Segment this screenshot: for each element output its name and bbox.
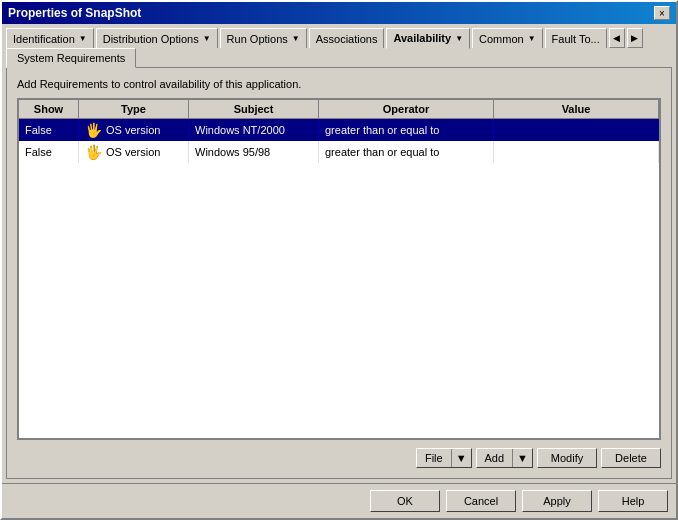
help-button[interactable]: Help (598, 490, 668, 512)
add-dropdown-arrow[interactable]: ▼ (512, 449, 532, 467)
cell-value (494, 119, 659, 141)
chevron-down-icon: ▼ (455, 34, 463, 43)
cell-value (494, 141, 659, 163)
cell-type: 🖐 OS version (79, 119, 189, 141)
tab-fault-tolerance[interactable]: Fault To... (545, 28, 607, 48)
tab-scroll-left-button[interactable]: ◀ (609, 28, 625, 48)
cell-subject: Windows NT/2000 (189, 119, 319, 141)
cell-operator: greater than or equal to (319, 141, 494, 163)
cell-show: False (19, 141, 79, 163)
tab-bar-row2: System Requirements (2, 48, 676, 67)
file-split-button[interactable]: File ▼ (416, 448, 472, 468)
tab-associations[interactable]: Associations (309, 28, 385, 48)
bottom-button-bar: OK Cancel Apply Help (2, 483, 676, 518)
subtab-system-requirements[interactable]: System Requirements (6, 48, 136, 68)
cell-subject: Windows 95/98 (189, 141, 319, 163)
requirements-table: Show Type Subject Operator Value False 🖐… (17, 98, 661, 440)
tab-scroll-right-button[interactable]: ▶ (627, 28, 643, 48)
ok-button[interactable]: OK (370, 490, 440, 512)
close-button[interactable]: × (654, 6, 670, 20)
col-header-type: Type (79, 100, 189, 118)
file-dropdown-arrow[interactable]: ▼ (451, 449, 471, 467)
tab-common[interactable]: Common ▼ (472, 28, 543, 48)
col-header-value: Value (494, 100, 659, 118)
col-header-show: Show (19, 100, 79, 118)
col-header-operator: Operator (319, 100, 494, 118)
modify-button[interactable]: Modify (537, 448, 597, 468)
chevron-down-icon: ▼ (203, 34, 211, 43)
add-split-button[interactable]: Add ▼ (476, 448, 533, 468)
window-title: Properties of SnapShot (8, 6, 141, 20)
action-buttons: File ▼ Add ▼ Modify Delete (17, 448, 661, 468)
chevron-down-icon: ▼ (79, 34, 87, 43)
cell-show: False (19, 119, 79, 141)
table-header: Show Type Subject Operator Value (19, 100, 659, 119)
table-row[interactable]: False 🖐 OS version Windows NT/2000 great… (19, 119, 659, 141)
add-button[interactable]: Add (477, 449, 513, 467)
apply-button[interactable]: Apply (522, 490, 592, 512)
cancel-button[interactable]: Cancel (446, 490, 516, 512)
os-version-icon: 🖐 (85, 122, 102, 138)
chevron-down-icon: ▼ (292, 34, 300, 43)
os-version-icon: 🖐 (85, 144, 102, 160)
tab-identification[interactable]: Identification ▼ (6, 28, 94, 48)
description-text: Add Requirements to control availability… (17, 78, 661, 90)
col-header-subject: Subject (189, 100, 319, 118)
table-row[interactable]: False 🖐 OS version Windows 95/98 greater… (19, 141, 659, 163)
chevron-down-icon: ▼ (528, 34, 536, 43)
tab-bar-row1: Identification ▼ Distribution Options ▼ … (2, 24, 676, 48)
tab-run-options[interactable]: Run Options ▼ (220, 28, 307, 48)
main-window: Properties of SnapShot × Identification … (0, 0, 678, 520)
content-area: Add Requirements to control availability… (6, 67, 672, 479)
file-button[interactable]: File (417, 449, 451, 467)
cell-operator: greater than or equal to (319, 119, 494, 141)
delete-button[interactable]: Delete (601, 448, 661, 468)
tab-availability[interactable]: Availability ▼ (386, 28, 470, 49)
title-bar: Properties of SnapShot × (2, 2, 676, 24)
cell-type: 🖐 OS version (79, 141, 189, 163)
tab-distribution-options[interactable]: Distribution Options ▼ (96, 28, 218, 48)
